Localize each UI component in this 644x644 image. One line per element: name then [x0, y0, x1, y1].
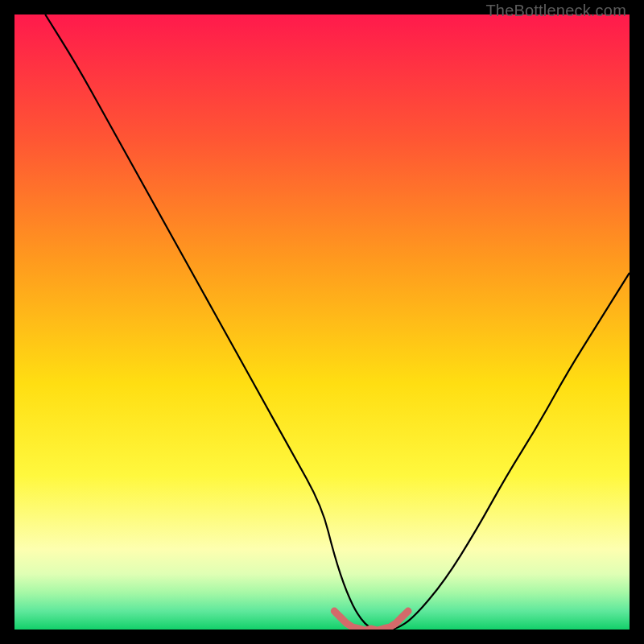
- chart-svg: [14, 14, 630, 630]
- gradient-background: [14, 14, 630, 630]
- chart-frame: [14, 14, 630, 630]
- watermark-label: TheBottleneck.com: [485, 2, 626, 20]
